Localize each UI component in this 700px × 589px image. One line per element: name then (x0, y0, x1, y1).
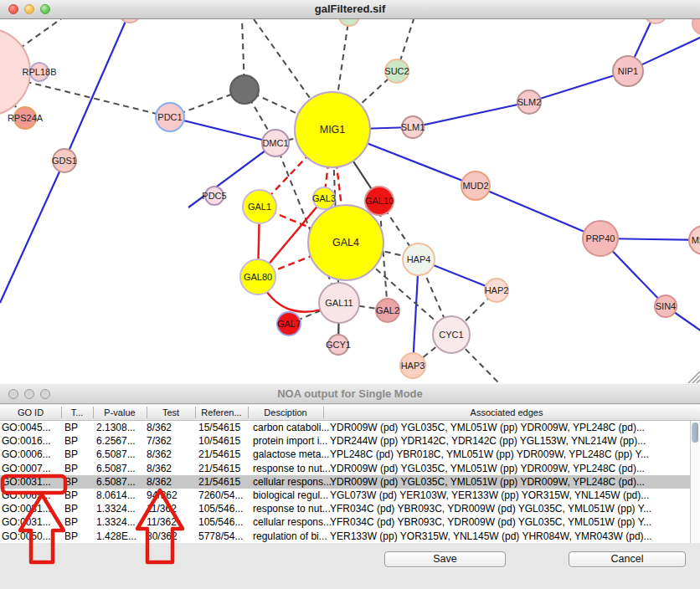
table-cell: 8/362 (147, 448, 172, 460)
column-separator[interactable] (323, 407, 324, 418)
column-separator[interactable] (147, 407, 147, 418)
column-header[interactable]: GO ID (18, 407, 44, 417)
node-gray-node[interactable] (230, 75, 259, 104)
table-cell: response to nut... (253, 503, 331, 515)
table-cell: YFR034C (pd) YBR093C, YDR009W (pd) YGL03… (330, 503, 690, 515)
table-cell: cellular respons... (253, 516, 332, 528)
node-label: SLM1 (401, 122, 425, 132)
table-cell: 21/54615 (198, 476, 240, 488)
node-label: PDC1 (157, 112, 182, 122)
node-label: DMC1 (262, 138, 288, 148)
table-row[interactable]: GO:0007...BP6.5087...8/36221/54615respon… (0, 462, 690, 475)
table-cell: GO:0006... (2, 448, 51, 460)
column-header[interactable]: Referen... (201, 407, 241, 417)
table-cell: GO:0007... (2, 463, 51, 474)
network-titlebar[interactable]: galFiltered.sif (0, 0, 700, 19)
table-cell: 11/362 (147, 503, 177, 515)
table-cell: BP (64, 463, 78, 474)
table-cell: 105/546... (198, 503, 243, 515)
node-label: GDS1 (52, 156, 77, 166)
node-label: GAL11 (325, 298, 353, 308)
table-cell: 6.5087... (96, 448, 136, 460)
node-label: SLM2 (517, 97, 542, 107)
column-separator[interactable] (248, 407, 249, 418)
table-cell: BP (64, 489, 78, 501)
table-cell: 8/362 (147, 422, 172, 433)
column-header[interactable]: T... (71, 407, 84, 417)
table-cell: 80/362 (147, 530, 178, 542)
save-button[interactable]: Save (384, 551, 506, 567)
column-separator[interactable] (61, 407, 62, 418)
table-cell: response to nut... (253, 463, 331, 474)
table-cell: 6.2567... (96, 435, 136, 447)
cancel-button[interactable]: Cancel (569, 551, 686, 567)
vertical-scrollbar[interactable] (690, 421, 700, 543)
column-separator[interactable] (93, 407, 94, 418)
table-cell: GO:0050... (2, 530, 51, 542)
network-window-title: galFiltered.sif (0, 3, 700, 15)
node-label: MSL1 (692, 235, 700, 245)
table-cell: BP (64, 530, 78, 542)
node-label: GAL2 (376, 305, 399, 315)
node-label: MIG1 (320, 124, 346, 136)
table-cell: BP (64, 435, 78, 447)
table-cell: 6.5087... (96, 476, 136, 488)
table-row[interactable]: GO:0050...BP1.428E...80/3625778/54...reg… (0, 530, 690, 543)
node-label: RPS24A (8, 113, 44, 123)
node-label: GAL3 (312, 193, 336, 203)
table-cell: protein import i... (253, 435, 327, 447)
table-cell: 10/54615 (198, 435, 240, 447)
table-cell: 11/362 (147, 516, 177, 528)
table-cell: GO:0065... (2, 489, 51, 501)
node-label: HAP3 (401, 361, 425, 371)
table-row[interactable]: GO:0031...BP1.3324...11/362105/546...cel… (0, 515, 690, 529)
table-cell: biological regul... (253, 489, 328, 501)
table-row[interactable]: GO:0031...BP1.3324...11/362105/546...res… (0, 502, 690, 515)
table-cell: carbon cataboli... (253, 422, 329, 433)
column-header[interactable]: Test (162, 407, 179, 417)
noa-titlebar[interactable]: NOA output for Single Mode (0, 385, 700, 404)
scrollbar-thumb[interactable] (692, 423, 698, 443)
table-cell: 8.0614... (96, 489, 136, 501)
screen: { "network_window": { "title": "galFilte… (0, 0, 700, 589)
table-cell: 94/362 (147, 489, 178, 501)
table-row[interactable]: GO:0045...BP2.1308...8/36215/54615carbon… (0, 421, 690, 434)
table-row[interactable]: GO:0006...BP6.5087...8/36221/54615galact… (0, 448, 690, 461)
node-label: GAL4 (332, 237, 359, 248)
node-label: CYC1 (439, 330, 463, 340)
table-header[interactable]: GO IDT...P-valueTestReferen...Desciption… (0, 405, 700, 421)
table-row[interactable]: GO:0016...BP6.2567...7/36210/54615protei… (0, 434, 690, 448)
node-label: PDC5 (202, 191, 226, 201)
table-cell: GO:0016... (2, 435, 51, 447)
table-cell: 1.3324... (96, 503, 136, 515)
node-label: GAL7 (277, 319, 301, 329)
network-canvas[interactable]: RPL18BRPS24AGDS1PDC1MIG1SUC2SLM1DMC1PDC5… (0, 0, 700, 384)
column-header[interactable]: Associated edges (471, 407, 543, 417)
table-cell: 2.1308... (96, 422, 136, 433)
table-cell: 21/54615 (198, 448, 240, 460)
table-cell: BP (64, 516, 78, 528)
node-label: GAL10 (365, 196, 394, 206)
table-cell: GO:0031... (2, 516, 51, 528)
table-cell: YFR034C (pd) YBR093C, YDR009W (pd) YGL03… (330, 516, 690, 528)
column-header[interactable]: P-value (104, 407, 135, 417)
table-row[interactable]: GO:0031...BP6.5087...8/36221/54615cellul… (0, 475, 690, 489)
node-label: GAL1 (248, 202, 271, 212)
table-cell: YGL073W (pd) YER103W, YER133W (pp) YOR31… (330, 489, 690, 501)
table-cell: GO:0031... (2, 503, 51, 515)
table-cell: 5778/54... (198, 530, 243, 542)
noa-window-title: NOA output for Single Mode (0, 387, 700, 400)
column-header[interactable]: Desciption (264, 407, 306, 417)
column-separator[interactable] (195, 407, 196, 418)
node-label: RPL18B (23, 67, 57, 77)
table-row[interactable]: GO:0065...BP8.0614...94/3627260/54...bio… (0, 489, 690, 502)
table-cell: 7/362 (147, 435, 172, 447)
table-cell: 21/54615 (198, 463, 240, 474)
table-cell: cellular respons... (253, 476, 332, 488)
table-body[interactable]: GO:0045...BP2.1308...8/36215/54615carbon… (0, 421, 690, 543)
table-cell: BP (64, 422, 78, 433)
table-cell: 1.428E... (96, 530, 136, 542)
node-label: HAP4 (407, 254, 431, 264)
table-cell: 1.3324... (96, 516, 136, 528)
table-cell: 15/54615 (198, 422, 240, 433)
